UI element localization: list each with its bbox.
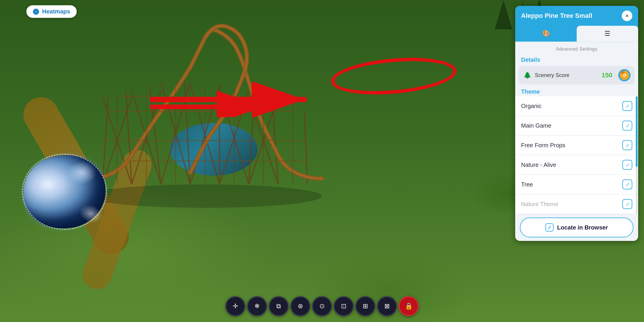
theme-item-free-form-props[interactable]: Free Form Props ⤢: [515, 136, 638, 155]
grid-icon: ⊞: [363, 302, 368, 310]
theme-link-main-game[interactable]: ⤢: [622, 121, 632, 131]
export2-icon: ⊠: [384, 302, 390, 310]
theme-item-tree[interactable]: Tree ⤢: [515, 175, 638, 194]
paint-icon: 🎨: [542, 30, 550, 37]
export-icon: ⊡: [341, 302, 346, 310]
side-panel: Aleppo Pine Tree Small × 🎨 ☰ Advanced Se…: [515, 6, 638, 241]
toolbar-freeze-copy-button[interactable]: ⊛: [290, 296, 310, 316]
theme-name-nature-alive: Nature - Alive: [521, 162, 556, 168]
panel-title: Aleppo Pine Tree Small: [521, 12, 592, 20]
locate-in-browser-button[interactable]: ⤢ Locate in Browser: [520, 217, 633, 237]
locate-toolbar-icon: ⊙: [319, 302, 325, 310]
scenery-score-label: Scenery Score: [535, 72, 598, 78]
external-link-icon-3: ⤢: [626, 143, 629, 148]
external-link-icon: ⤢: [626, 103, 629, 109]
theme-link-organic[interactable]: ⤢: [622, 101, 632, 111]
bottom-toolbar: ✛ ❄ ⧉ ⊛ ⊙ ⊡ ⊞ ⊠ 🔒: [225, 296, 419, 316]
theme-list: Organic ⤢ Main Game ⤢ Free Form Props ⤢ …: [515, 96, 638, 214]
locate-label: Locate in Browser: [557, 224, 608, 231]
themes-header: Theme: [515, 85, 638, 96]
external-link-icon-2: ⤢: [626, 123, 629, 129]
scrollbar[interactable]: [636, 96, 638, 214]
tab-list[interactable]: ☰: [577, 26, 638, 42]
copy-icon: ⧉: [276, 302, 281, 310]
panel-close-button[interactable]: ×: [622, 11, 632, 21]
svg-line-7: [304, 111, 307, 184]
heatmaps-button[interactable]: Heatmaps: [26, 5, 77, 18]
panel-header: Aleppo Pine Tree Small ×: [515, 6, 638, 26]
theme-name-organic: Organic: [521, 103, 542, 109]
locate-icon: ⤢: [545, 223, 554, 232]
toolbar-export2-button[interactable]: ⊠: [377, 296, 397, 316]
theme-item-nature-theme[interactable]: Nature Theme ⤢: [515, 194, 638, 214]
info-circle-button[interactable]: ⟳: [619, 70, 630, 81]
circular-progress-icon: ⟳: [623, 73, 626, 78]
move-icon: ✛: [233, 302, 238, 310]
svg-point-31: [88, 184, 322, 208]
selected-tree[interactable]: [23, 155, 105, 228]
external-link-icon-4: ⤢: [626, 162, 629, 168]
details-header: Details: [515, 54, 638, 65]
toolbar-move-button[interactable]: ✛: [225, 296, 245, 316]
theme-name-tree: Tree: [521, 181, 533, 188]
svg-line-2: [149, 85, 161, 184]
scenery-score-value: 150: [602, 71, 612, 79]
coaster-svg: [73, 9, 337, 214]
heatmaps-icon: [33, 8, 39, 15]
scenery-score-row: 🌲 Scenery Score 150 ⟳: [519, 66, 635, 84]
theme-name-free-form-props: Free Form Props: [521, 142, 565, 149]
tab-paint[interactable]: 🎨: [515, 26, 577, 42]
roller-coaster: [73, 9, 337, 214]
panel-tabs: 🎨 ☰: [515, 26, 638, 42]
theme-link-nature-theme[interactable]: ⤢: [622, 199, 632, 209]
scrollbar-thumb[interactable]: [636, 96, 638, 167]
toolbar-export-button[interactable]: ⊡: [334, 296, 354, 316]
toolbar-locate-button[interactable]: ⊙: [312, 296, 332, 316]
theme-link-tree[interactable]: ⤢: [622, 179, 632, 189]
lock-icon: 🔒: [405, 302, 413, 310]
section-label: Advanced Settings: [515, 42, 638, 54]
theme-link-free-form-props[interactable]: ⤢: [622, 140, 632, 150]
heatmaps-label: Heatmaps: [42, 8, 70, 15]
theme-link-nature-alive[interactable]: ⤢: [622, 160, 632, 170]
external-link-icon-locate: ⤢: [548, 225, 551, 230]
tree-icon: 🌲: [523, 71, 531, 79]
theme-name-main-game: Main Game: [521, 122, 551, 129]
toolbar-copy-button[interactable]: ⧉: [269, 296, 289, 316]
freeze-copy-icon: ⊛: [298, 302, 303, 310]
theme-item-nature-alive[interactable]: Nature - Alive ⤢: [515, 155, 638, 175]
toolbar-grid-button[interactable]: ⊞: [355, 296, 375, 316]
freeze-icon: ❄: [254, 302, 260, 310]
theme-name-nature-theme: Nature Theme: [521, 201, 558, 208]
theme-item-organic[interactable]: Organic ⤢: [515, 96, 638, 116]
toolbar-lock-button[interactable]: 🔒: [399, 296, 419, 316]
external-link-icon-5: ⤢: [626, 182, 629, 187]
external-link-icon-6: ⤢: [626, 201, 629, 207]
theme-item-main-game[interactable]: Main Game ⤢: [515, 116, 638, 136]
list-icon: ☰: [604, 30, 610, 37]
toolbar-freeze-button[interactable]: ❄: [247, 296, 267, 316]
